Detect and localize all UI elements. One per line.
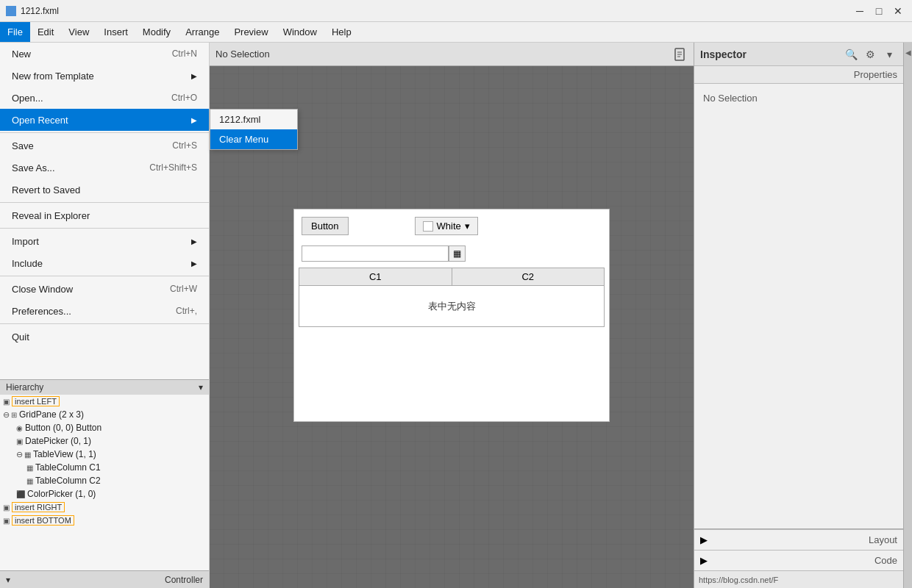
button-icon: ◉	[16, 424, 23, 432]
list-item[interactable]: ⊖ ⊞ GridPane (2 x 3)	[0, 408, 209, 421]
list-item[interactable]: ▣ insert LEFT	[0, 395, 209, 408]
app-icon	[6, 6, 16, 16]
close-button[interactable]: ✕	[890, 3, 906, 19]
list-item[interactable]: ▦ TableColumn C1	[0, 461, 209, 474]
canvas-toolbar: No Selection	[210, 43, 694, 66]
gridpane-icon: ⊞	[11, 411, 17, 419]
list-item[interactable]: ▣ insert BOTTOM	[0, 514, 209, 527]
table-view: C1 C2 表中无内容	[299, 268, 605, 327]
list-item[interactable]: ◉ Button (0, 0) Button	[0, 421, 209, 434]
menu-quit[interactable]: Quit	[0, 326, 209, 348]
right-strip-arrow[interactable]: ◀	[905, 49, 911, 57]
hierarchy-title: Hierarchy	[6, 382, 43, 392]
menu-revert[interactable]: Revert to Saved	[0, 179, 209, 201]
separator-1	[0, 132, 209, 133]
separator-4	[0, 276, 209, 276]
url-text: https://blog.csdn.net/F	[699, 576, 778, 584]
inspector-gear-button[interactable]: ⚙	[862, 46, 878, 62]
menu-modify[interactable]: Modify	[135, 22, 178, 42]
preview-row1: Button White ▾	[294, 209, 609, 243]
inspector-panel: Inspector 🔍 ⚙ ▾ Properties No Selection …	[694, 43, 903, 588]
inspector-chevron-button[interactable]: ▾	[881, 46, 897, 62]
separator-3	[0, 228, 209, 229]
date-picker-row: ▦	[294, 243, 609, 265]
colorpicker-icon: ⬛	[16, 490, 25, 498]
menu-reveal-explorer[interactable]: Reveal in Explorer	[0, 204, 209, 226]
controller-label: Controller	[165, 575, 203, 585]
menu-view[interactable]: View	[61, 22, 96, 42]
right-strip: ◀	[903, 43, 912, 588]
table-col-c2[interactable]: C2	[452, 268, 605, 285]
submenu-item-clear[interactable]: Clear Menu	[210, 129, 297, 149]
inspector-header: Inspector 🔍 ⚙ ▾	[694, 43, 903, 66]
list-item[interactable]: ⬛ ColorPicker (1, 0)	[0, 487, 209, 501]
menu-preview[interactable]: Preview	[227, 22, 275, 42]
inspector-search-button[interactable]: 🔍	[843, 46, 859, 62]
menu-import[interactable]: Import ▶	[0, 230, 209, 252]
table-col-c1[interactable]: C1	[299, 268, 452, 285]
hierarchy-panel: Hierarchy ▾ ▣ insert LEFT ⊖ ⊞ GridPane (…	[0, 379, 209, 570]
table-header: C1 C2	[299, 268, 604, 286]
code-tab-row[interactable]: ▶ Code	[694, 550, 903, 570]
title-bar: 1212.fxml ─ □ ✕	[0, 0, 912, 22]
window-title: 1212.fxml	[21, 6, 59, 16]
expand-icon-code: ▶	[700, 555, 708, 566]
list-item[interactable]: ▣ insert RIGHT	[0, 501, 209, 514]
menu-window[interactable]: Window	[276, 22, 324, 42]
separator-5	[0, 323, 209, 324]
menu-bar: File Edit View Insert Modify Arrange Pre…	[0, 22, 912, 43]
expand-icon-2: ⊖	[16, 450, 23, 459]
list-item[interactable]: ⊖ ▦ TableView (1, 1)	[0, 448, 209, 461]
menu-new-from-template[interactable]: New from Template ▶	[0, 65, 209, 87]
table-empty-text: 表中无内容	[428, 300, 476, 313]
menu-include[interactable]: Include ▶	[0, 252, 209, 274]
submenu-item-fxml[interactable]: 1212.fxml	[210, 110, 297, 129]
menu-preferences[interactable]: Preferences... Ctrl+,	[0, 300, 209, 322]
menu-help[interactable]: Help	[324, 22, 359, 42]
controller-bar: ▾ Controller	[0, 570, 209, 588]
menu-save[interactable]: Save Ctrl+S	[0, 135, 209, 157]
insert-right-icon: ▣	[3, 503, 10, 512]
insert-bottom-icon: ▣	[3, 517, 10, 525]
menu-edit[interactable]: Edit	[30, 22, 61, 42]
properties-label: Properties	[854, 69, 897, 80]
expand-icon-left: ▾	[6, 575, 10, 585]
expand-icon: ⊖	[3, 410, 10, 420]
hierarchy-header: Hierarchy ▾	[0, 380, 209, 395]
file-dropdown: New Ctrl+N New from Template ▶ Open... C…	[0, 43, 209, 379]
inspector-title: Inspector	[700, 49, 747, 60]
inspector-icons: 🔍 ⚙ ▾	[843, 46, 897, 62]
maximize-button[interactable]: □	[871, 3, 887, 19]
preview-button[interactable]: Button	[302, 217, 349, 235]
tableview-icon: ▦	[24, 451, 31, 459]
code-label: Code	[874, 555, 897, 566]
list-item[interactable]: ▦ TableColumn C2	[0, 474, 209, 487]
menu-arrange[interactable]: Arrange	[178, 22, 227, 42]
datepicker-icon: ▣	[16, 437, 23, 445]
calendar-icon[interactable]: ▦	[449, 245, 466, 262]
hierarchy-items: ▣ insert LEFT ⊖ ⊞ GridPane (2 x 3) ◉ But…	[0, 395, 209, 568]
layout-label: Layout	[869, 534, 897, 545]
menu-save-as[interactable]: Save As... Ctrl+Shift+S	[0, 157, 209, 179]
menu-file[interactable]: File	[0, 22, 30, 42]
menu-new[interactable]: New Ctrl+N	[0, 43, 209, 65]
no-selection-label: No Selection	[215, 49, 270, 60]
color-picker-button[interactable]: White ▾	[415, 217, 478, 235]
layout-tab-row[interactable]: ▶ Layout	[694, 529, 903, 550]
color-picker-arrow: ▾	[465, 220, 470, 232]
menu-insert[interactable]: Insert	[96, 22, 135, 42]
tablecolumn-c2-icon: ▦	[26, 477, 33, 485]
table-body: 表中无内容	[299, 286, 604, 326]
document-icon	[673, 47, 688, 62]
main-layout: New Ctrl+N New from Template ▶ Open... C…	[0, 43, 912, 588]
properties-tab[interactable]: Properties	[694, 66, 903, 84]
menu-open-recent[interactable]: Open Recent ▶	[0, 109, 209, 131]
insert-left-icon: ▣	[3, 398, 10, 406]
menu-close-window[interactable]: Close Window Ctrl+W	[0, 278, 209, 300]
menu-open[interactable]: Open... Ctrl+O	[0, 87, 209, 109]
url-bar: https://blog.csdn.net/F	[694, 570, 903, 588]
date-picker-input[interactable]	[302, 245, 449, 262]
list-item[interactable]: ▣ DatePicker (0, 1)	[0, 434, 209, 448]
hierarchy-expand-icon: ▾	[199, 382, 203, 392]
minimize-button[interactable]: ─	[852, 3, 868, 19]
